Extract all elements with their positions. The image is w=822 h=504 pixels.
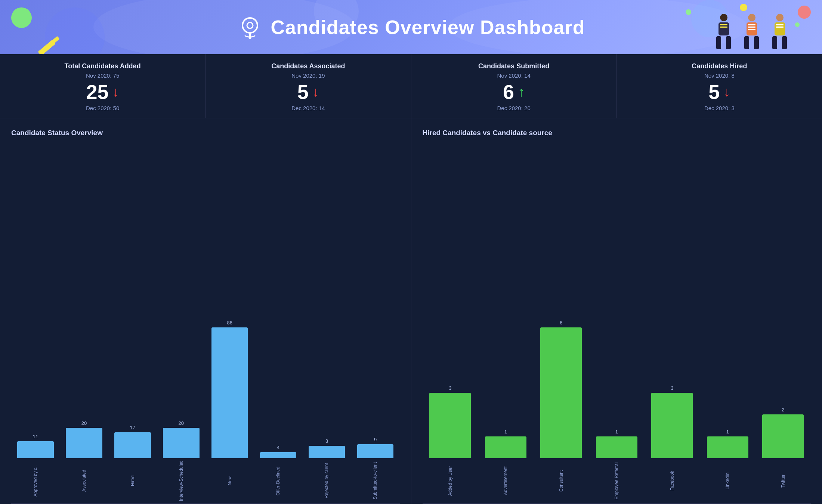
- svg-rect-17: [748, 24, 755, 25]
- bar-group: 2Twitter: [755, 322, 811, 501]
- bar-value-label: 20: [81, 420, 87, 426]
- metric-prev: Nov 2020: 19: [217, 72, 399, 79]
- metric-number: 6: [503, 82, 514, 102]
- dashboard-header: Candidates Overview Dashboard: [0, 0, 822, 54]
- bar-x-label: Interview-Scheduled: [179, 460, 184, 501]
- bar: 20: [66, 428, 102, 458]
- bar: 1: [596, 436, 637, 458]
- bar-value-label: 4: [277, 445, 279, 450]
- svg-rect-19: [748, 29, 755, 30]
- bar: 20: [163, 428, 199, 458]
- bar-x-label: Added by User: [448, 460, 453, 501]
- source-chart-title: Hired Candidates vs Candidate source: [423, 129, 811, 137]
- bar-group: 20Associated: [60, 322, 108, 501]
- bar-value-label: 3: [671, 385, 673, 391]
- status-chart-area: 11Approved by c..20Associated17Hired20In…: [11, 144, 400, 504]
- metric-number: 25: [86, 82, 109, 102]
- svg-rect-22: [772, 36, 777, 49]
- arrow-down-icon: ↓: [112, 85, 119, 99]
- svg-point-3: [45, 7, 105, 54]
- status-axis-line: [11, 503, 400, 504]
- bar-x-label: LinkedIn: [725, 460, 730, 501]
- bar: 2: [762, 414, 804, 458]
- bar: 1: [707, 436, 748, 458]
- bar-group: 4Offer-Declined: [254, 322, 303, 501]
- source-chart-panel: Hired Candidates vs Candidate source 3Ad…: [411, 118, 822, 504]
- metric-prev: Nov 2020: 8: [628, 72, 811, 79]
- bar-value-label: 8: [325, 438, 328, 444]
- bar-x-label: Submitted-to-client: [373, 460, 378, 501]
- svg-rect-25: [776, 27, 784, 28]
- metrics-row: Total Candidates Added Nov 2020: 75 25 ↓…: [0, 54, 822, 118]
- deco-dot-green1: [686, 9, 691, 15]
- bar-x-label: New: [227, 460, 232, 501]
- bar-x-label: Consultant: [559, 460, 564, 501]
- source-bar-chart: 3Added by User1Advertisement6Consultant1…: [423, 144, 811, 503]
- status-bar-chart: 11Approved by c..20Associated17Hired20In…: [11, 144, 400, 503]
- metric-number: 5: [708, 82, 720, 102]
- bar-group: 6Consultant: [534, 322, 589, 501]
- metric-title: Candidates Hired: [628, 62, 811, 70]
- metric-value: 5 ↓: [628, 82, 811, 102]
- bar-x-label: Associated: [81, 460, 87, 501]
- metric-card: Candidates Associated Nov 2020: 19 5 ↓ D…: [206, 54, 411, 118]
- bar-group: 3Added by User: [423, 322, 478, 501]
- arrow-up-icon: ↑: [518, 85, 525, 99]
- bar-value-label: 3: [449, 385, 451, 391]
- metric-curr: Dec 2020: 50: [11, 105, 194, 111]
- bar-value-label: 1: [615, 429, 618, 435]
- bar-group: 3Facebook: [645, 322, 700, 501]
- bar: 4: [260, 452, 296, 458]
- header-figures: [712, 13, 792, 54]
- metric-card: Candidates Submitted Nov 2020: 14 6 ↑ De…: [411, 54, 617, 118]
- bar-group: 1Advertisement: [478, 322, 534, 501]
- bar-x-label: Offer-Declined: [275, 460, 281, 501]
- charts-row: Candidate Status Overview 11Approved by …: [0, 118, 822, 504]
- metric-prev: Nov 2020: 14: [423, 72, 605, 79]
- svg-rect-15: [744, 36, 749, 49]
- svg-point-20: [776, 14, 784, 21]
- svg-rect-10: [726, 36, 731, 49]
- deco-dot-yellow: [740, 4, 747, 11]
- status-chart-panel: Candidate Status Overview 11Approved by …: [0, 118, 411, 504]
- source-axis-line: [423, 503, 811, 504]
- metric-value: 5 ↓: [217, 82, 399, 102]
- status-chart-title: Candidate Status Overview: [11, 129, 400, 137]
- svg-rect-18: [748, 27, 755, 28]
- bar-x-label: Approved by c..: [33, 460, 38, 501]
- bar-value-label: 11: [33, 434, 38, 439]
- header-title-text: Candidates Overview Dashboard: [271, 16, 585, 38]
- bar-group: 9Submitted-to-client: [351, 322, 400, 501]
- metric-value: 6 ↑: [423, 82, 605, 102]
- svg-point-5: [242, 18, 257, 33]
- metric-curr: Dec 2020: 20: [423, 105, 605, 111]
- metric-title: Candidates Associated: [217, 62, 399, 70]
- metric-value: 25 ↓: [11, 82, 194, 102]
- figure-2: [740, 13, 764, 54]
- bar: 6: [540, 327, 582, 458]
- metric-number: 5: [297, 82, 309, 102]
- metric-title: Total Candidates Added: [11, 62, 194, 70]
- figure-1: [712, 13, 736, 54]
- bar-group: 8Rejected by client: [303, 322, 351, 501]
- bar-group: 86New: [206, 322, 254, 501]
- svg-rect-16: [754, 36, 759, 49]
- bar: 9: [357, 444, 393, 458]
- arrow-down-icon: ↓: [312, 85, 319, 99]
- bar-group: 20Interview-Scheduled: [157, 322, 206, 501]
- arrow-down-icon: ↓: [723, 85, 730, 99]
- bar-value-label: 2: [782, 407, 784, 413]
- svg-rect-11: [720, 24, 727, 25]
- svg-point-6: [247, 22, 253, 28]
- bar: 8: [309, 446, 345, 458]
- svg-rect-12: [720, 27, 727, 28]
- bar: 1: [485, 436, 526, 458]
- bar-x-label: Facebook: [670, 460, 675, 501]
- bar-value-label: 86: [227, 320, 232, 326]
- deco-dot-red: [798, 6, 811, 19]
- source-chart-area: 3Added by User1Advertisement6Consultant1…: [423, 144, 811, 504]
- figure-3: [768, 13, 792, 54]
- bar-value-label: 6: [560, 320, 562, 326]
- metric-title: Candidates Submitted: [423, 62, 605, 70]
- svg-rect-9: [716, 36, 721, 49]
